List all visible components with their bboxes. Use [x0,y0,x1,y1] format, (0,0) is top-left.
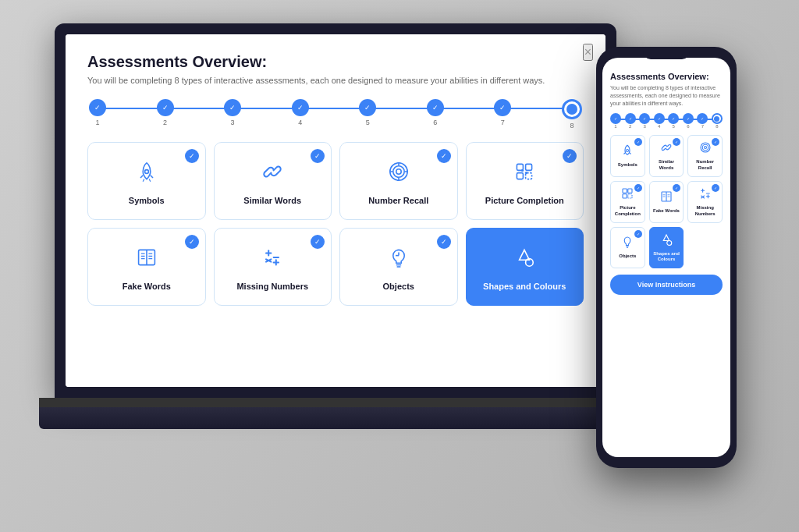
phone-screen: Assessments Overview: You will be comple… [602,58,730,457]
step-circle-3 [224,99,241,116]
phone-step-circle-3 [639,113,650,124]
phone-card-number-recall[interactable]: Number Recall [687,135,723,177]
modal-title: Assessments Overview: [87,53,584,71]
svg-rect-9 [526,164,532,170]
phone-step-circle-6 [683,113,694,124]
phone-label-picture-completion: Picture Completion [614,205,641,218]
svg-point-2 [393,165,404,176]
icon-puzzle [512,159,537,190]
phone-label-number-recall: Number Recall [691,159,719,172]
card-objects[interactable]: Objects [339,228,458,306]
phone-step-circle-4 [654,113,665,124]
phone-check-missing-numbers [712,184,719,192]
icon-math [260,245,285,275]
modal-subtitle: You will be completing 8 types of intera… [87,76,584,85]
laptop-base [39,407,632,429]
phone-step-circle-2 [625,113,636,124]
phone-icon-math [698,186,712,203]
icon-target [386,159,411,190]
check-number-recall [437,149,451,163]
svg-point-38 [704,147,706,149]
label-shapes-colours: Shapes and Colours [483,282,566,291]
label-missing-numbers: Missing Numbers [236,282,308,291]
phone-step-circle-1 [610,113,621,124]
card-number-recall[interactable]: Number Recall [339,142,458,220]
phone-label-similar-words: Similar Words [653,159,680,172]
phone-check-similar-words [673,138,680,146]
step-circle-7 [494,99,511,116]
icon-shapes [512,245,537,275]
phone-check-symbols [634,138,642,146]
phone-card-objects[interactable]: Objects [610,227,645,269]
phone-card-picture-completion[interactable]: Picture Completion [610,181,645,223]
progress-step-2: 2 [157,99,174,126]
svg-point-37 [702,145,708,151]
card-symbols[interactable]: Symbols [87,142,206,220]
phone-card-fake-words[interactable]: Fake Words [649,181,684,223]
card-fake-words[interactable]: Fake Words [87,228,206,306]
progress-step-5: 5 [359,99,376,126]
phone-label-fake-words: Fake Words [653,208,680,215]
step-circle-6 [427,99,444,116]
svg-point-59 [667,240,672,245]
progress-step-6: 6 [427,99,444,126]
phone-assessment-grid: Symbols Similar Words [610,135,723,268]
step-circle-4 [292,99,309,116]
card-missing-numbers[interactable]: Missing Numbers [214,228,332,306]
progress-step-1: 1 [89,99,106,126]
modal: × Assessments Overview: You will be comp… [66,34,605,387]
phone-label-missing-numbers: Missing Numbers [691,205,719,218]
progress-step-7: 7 [494,99,511,126]
check-picture-completion [563,149,577,163]
phone-card-similar-words[interactable]: Similar Words [649,135,684,177]
phone-step-2: 2 [625,113,636,129]
phone-step-6: 6 [683,113,694,129]
phone: Assessments Overview: You will be comple… [596,47,737,468]
card-picture-completion[interactable]: Picture Completion [466,142,584,220]
phone-icon-puzzle [620,186,634,203]
progress-step-4: 4 [292,99,309,126]
progress-step-3: 3 [224,99,241,126]
phone-check-objects [634,230,642,238]
phone-label-shapes-colours: Shapes and Colours [653,251,680,264]
phone-step-4: 4 [654,113,665,129]
phone-label-symbols: Symbols [618,162,637,168]
phone-icon-book [659,190,673,206]
phone-label-objects: Objects [619,254,636,260]
phone-card-shapes-colours[interactable]: Shapes and Colours [649,227,684,269]
phone-icon-target [698,140,712,157]
phone-check-number-recall [712,138,719,146]
svg-point-12 [521,168,524,171]
laptop-screen-outer: × Assessments Overview: You will be comp… [55,23,616,398]
label-similar-words: Similar Words [243,196,301,205]
phone-card-symbols[interactable]: Symbols [610,135,645,177]
phone-notch [643,47,690,59]
svg-marker-58 [663,235,669,241]
card-similar-words[interactable]: Similar Words [214,142,332,220]
check-missing-numbers [311,235,325,249]
phone-step-8: 8 [712,113,723,129]
svg-point-13 [525,172,527,174]
laptop-screen-inner: × Assessments Overview: You will be comp… [66,34,605,387]
step-circle-5 [359,99,376,116]
label-symbols: Symbols [129,196,165,205]
view-instructions-button[interactable]: View Instructions [610,275,723,295]
phone-icon-bulb [620,235,634,251]
close-button[interactable]: × [583,44,593,61]
label-number-recall: Number Recall [368,196,428,205]
assessment-grid: Symbols Similar Words [87,142,584,306]
check-similar-words [311,149,325,163]
svg-point-0 [144,169,148,173]
card-shapes-colours[interactable]: Shapes and Colours [466,228,584,306]
icon-book [134,245,159,275]
check-symbols [185,149,199,163]
check-fake-words [185,235,199,249]
phone-card-missing-numbers[interactable]: Missing Numbers [687,181,723,223]
phone-step-circle-5 [668,113,679,124]
check-objects [437,235,451,249]
svg-point-35 [627,150,629,152]
phone-icon-rocket [620,144,634,160]
step-circle-8 [562,99,582,119]
progress-bar: 1 2 3 4 [87,99,584,129]
phone-step-circle-7 [697,113,708,124]
